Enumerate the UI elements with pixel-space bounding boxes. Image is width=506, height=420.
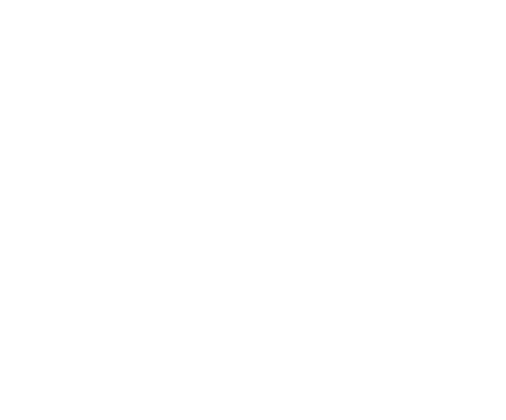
figure xyxy=(0,0,506,420)
uncertainty-band-icon xyxy=(352,326,368,334)
main-legend xyxy=(39,37,63,58)
line-marker-icon xyxy=(39,52,58,54)
legend-item-observations xyxy=(39,37,63,47)
legend-item-fitted-line xyxy=(39,47,63,58)
scatter-marker-icon xyxy=(39,40,58,44)
chart-canvas xyxy=(0,0,506,420)
residual-legend xyxy=(352,326,372,334)
observation-dot-icon xyxy=(47,40,50,44)
fitted-line-icon xyxy=(40,52,57,54)
